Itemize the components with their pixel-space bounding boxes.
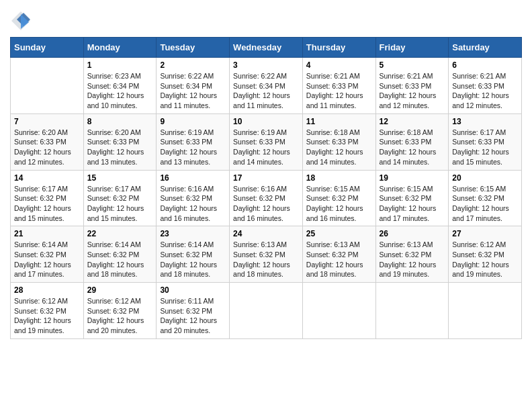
calendar-cell: 21Sunrise: 6:14 AM Sunset: 6:32 PM Dayli…	[11, 226, 84, 283]
col-header-thursday: Thursday	[302, 38, 375, 58]
calendar-cell	[375, 283, 449, 339]
day-content: Sunrise: 6:20 AM Sunset: 6:33 PM Dayligh…	[14, 128, 80, 167]
day-number: 22	[87, 229, 153, 238]
day-number: 1	[87, 60, 153, 70]
calendar-cell: 18Sunrise: 6:15 AM Sunset: 6:32 PM Dayli…	[302, 170, 375, 226]
day-content: Sunrise: 6:13 AM Sunset: 6:32 PM Dayligh…	[380, 240, 445, 279]
calendar-cell: 28Sunrise: 6:12 AM Sunset: 6:32 PM Dayli…	[11, 283, 84, 339]
col-header-sunday: Sunday	[11, 38, 84, 58]
week-row-2: 7Sunrise: 6:20 AM Sunset: 6:33 PM Daylig…	[11, 113, 522, 170]
logo-icon	[10, 10, 29, 29]
day-number: 27	[452, 229, 518, 238]
calendar-cell: 8Sunrise: 6:20 AM Sunset: 6:33 PM Daylig…	[83, 113, 157, 170]
day-content: Sunrise: 6:22 AM Sunset: 6:34 PM Dayligh…	[233, 71, 299, 111]
calendar-cell: 14Sunrise: 6:17 AM Sunset: 6:32 PM Dayli…	[11, 170, 84, 226]
day-number: 14	[14, 173, 80, 183]
day-number: 19	[380, 173, 445, 183]
calendar-cell: 25Sunrise: 6:13 AM Sunset: 6:32 PM Dayli…	[302, 226, 375, 283]
calendar-cell: 13Sunrise: 6:17 AM Sunset: 6:33 PM Dayli…	[449, 113, 522, 170]
day-content: Sunrise: 6:18 AM Sunset: 6:33 PM Dayligh…	[306, 128, 372, 167]
calendar-cell: 23Sunrise: 6:14 AM Sunset: 6:32 PM Dayli…	[157, 226, 230, 283]
calendar-cell: 19Sunrise: 6:15 AM Sunset: 6:32 PM Dayli…	[375, 170, 449, 226]
day-number: 8	[87, 117, 153, 126]
col-header-wednesday: Wednesday	[230, 38, 303, 58]
day-content: Sunrise: 6:14 AM Sunset: 6:32 PM Dayligh…	[14, 240, 80, 279]
day-number: 4	[306, 60, 372, 70]
calendar-cell	[302, 283, 375, 339]
calendar-cell: 29Sunrise: 6:12 AM Sunset: 6:32 PM Dayli…	[83, 283, 157, 339]
calendar-cell: 3Sunrise: 6:22 AM Sunset: 6:34 PM Daylig…	[230, 58, 303, 114]
day-number: 25	[306, 229, 372, 238]
day-number: 16	[160, 173, 226, 183]
day-number: 13	[452, 117, 518, 126]
day-number: 30	[160, 285, 226, 295]
calendar-cell	[230, 283, 303, 339]
calendar-cell: 24Sunrise: 6:13 AM Sunset: 6:32 PM Dayli…	[230, 226, 303, 283]
day-content: Sunrise: 6:12 AM Sunset: 6:32 PM Dayligh…	[452, 240, 518, 279]
day-content: Sunrise: 6:12 AM Sunset: 6:32 PM Dayligh…	[87, 296, 153, 336]
day-content: Sunrise: 6:17 AM Sunset: 6:33 PM Dayligh…	[452, 128, 518, 167]
day-number: 28	[14, 285, 80, 295]
day-content: Sunrise: 6:19 AM Sunset: 6:33 PM Dayligh…	[160, 128, 226, 167]
day-number: 12	[380, 117, 445, 126]
header-row: SundayMondayTuesdayWednesdayThursdayFrid…	[11, 38, 522, 58]
day-content: Sunrise: 6:21 AM Sunset: 6:33 PM Dayligh…	[306, 71, 372, 111]
day-content: Sunrise: 6:22 AM Sunset: 6:34 PM Dayligh…	[160, 71, 226, 111]
day-number: 10	[233, 117, 299, 126]
day-content: Sunrise: 6:15 AM Sunset: 6:32 PM Dayligh…	[306, 184, 372, 224]
col-header-friday: Friday	[375, 38, 449, 58]
day-content: Sunrise: 6:21 AM Sunset: 6:33 PM Dayligh…	[380, 71, 445, 111]
calendar-table: SundayMondayTuesdayWednesdayThursdayFrid…	[10, 37, 522, 339]
day-number: 11	[306, 117, 372, 126]
day-content: Sunrise: 6:14 AM Sunset: 6:32 PM Dayligh…	[87, 240, 153, 279]
calendar-cell: 7Sunrise: 6:20 AM Sunset: 6:33 PM Daylig…	[11, 113, 84, 170]
day-number: 24	[233, 229, 299, 238]
day-number: 21	[14, 229, 80, 238]
day-content: Sunrise: 6:21 AM Sunset: 6:33 PM Dayligh…	[452, 71, 518, 111]
day-number: 20	[452, 173, 518, 183]
day-content: Sunrise: 6:11 AM Sunset: 6:32 PM Dayligh…	[160, 296, 226, 336]
calendar-cell: 10Sunrise: 6:19 AM Sunset: 6:33 PM Dayli…	[230, 113, 303, 170]
day-content: Sunrise: 6:16 AM Sunset: 6:32 PM Dayligh…	[160, 184, 226, 224]
calendar-cell: 2Sunrise: 6:22 AM Sunset: 6:34 PM Daylig…	[157, 58, 230, 114]
day-content: Sunrise: 6:12 AM Sunset: 6:32 PM Dayligh…	[14, 296, 80, 336]
day-content: Sunrise: 6:15 AM Sunset: 6:32 PM Dayligh…	[380, 184, 445, 224]
calendar-cell: 16Sunrise: 6:16 AM Sunset: 6:32 PM Dayli…	[157, 170, 230, 226]
day-number: 23	[160, 229, 226, 238]
day-content: Sunrise: 6:20 AM Sunset: 6:33 PM Dayligh…	[87, 128, 153, 167]
day-content: Sunrise: 6:17 AM Sunset: 6:32 PM Dayligh…	[87, 184, 153, 224]
day-number: 17	[233, 173, 299, 183]
day-content: Sunrise: 6:18 AM Sunset: 6:33 PM Dayligh…	[380, 128, 445, 167]
day-content: Sunrise: 6:23 AM Sunset: 6:34 PM Dayligh…	[87, 71, 153, 111]
week-row-4: 21Sunrise: 6:14 AM Sunset: 6:32 PM Dayli…	[11, 226, 522, 283]
calendar-cell: 5Sunrise: 6:21 AM Sunset: 6:33 PM Daylig…	[375, 58, 449, 114]
col-header-saturday: Saturday	[449, 38, 522, 58]
calendar-cell	[449, 283, 522, 339]
day-content: Sunrise: 6:13 AM Sunset: 6:32 PM Dayligh…	[233, 240, 299, 279]
day-number: 9	[160, 117, 226, 126]
day-number: 2	[160, 60, 226, 70]
day-number: 26	[380, 229, 445, 238]
logo	[10, 10, 32, 29]
calendar-cell: 11Sunrise: 6:18 AM Sunset: 6:33 PM Dayli…	[302, 113, 375, 170]
calendar-cell: 17Sunrise: 6:16 AM Sunset: 6:32 PM Dayli…	[230, 170, 303, 226]
day-number: 7	[14, 117, 80, 126]
calendar-cell: 26Sunrise: 6:13 AM Sunset: 6:32 PM Dayli…	[375, 226, 449, 283]
calendar-cell: 27Sunrise: 6:12 AM Sunset: 6:32 PM Dayli…	[449, 226, 522, 283]
col-header-tuesday: Tuesday	[157, 38, 230, 58]
day-number: 29	[87, 285, 153, 295]
page-header	[10, 10, 522, 29]
calendar-cell: 1Sunrise: 6:23 AM Sunset: 6:34 PM Daylig…	[83, 58, 157, 114]
calendar-cell: 6Sunrise: 6:21 AM Sunset: 6:33 PM Daylig…	[449, 58, 522, 114]
day-number: 3	[233, 60, 299, 70]
day-number: 5	[380, 60, 445, 70]
day-content: Sunrise: 6:16 AM Sunset: 6:32 PM Dayligh…	[233, 184, 299, 224]
day-number: 15	[87, 173, 153, 183]
week-row-5: 28Sunrise: 6:12 AM Sunset: 6:32 PM Dayli…	[11, 283, 522, 339]
calendar-cell	[11, 58, 84, 114]
calendar-cell: 9Sunrise: 6:19 AM Sunset: 6:33 PM Daylig…	[157, 113, 230, 170]
calendar-cell: 4Sunrise: 6:21 AM Sunset: 6:33 PM Daylig…	[302, 58, 375, 114]
calendar-cell: 30Sunrise: 6:11 AM Sunset: 6:32 PM Dayli…	[157, 283, 230, 339]
day-content: Sunrise: 6:14 AM Sunset: 6:32 PM Dayligh…	[160, 240, 226, 279]
day-number: 18	[306, 173, 372, 183]
